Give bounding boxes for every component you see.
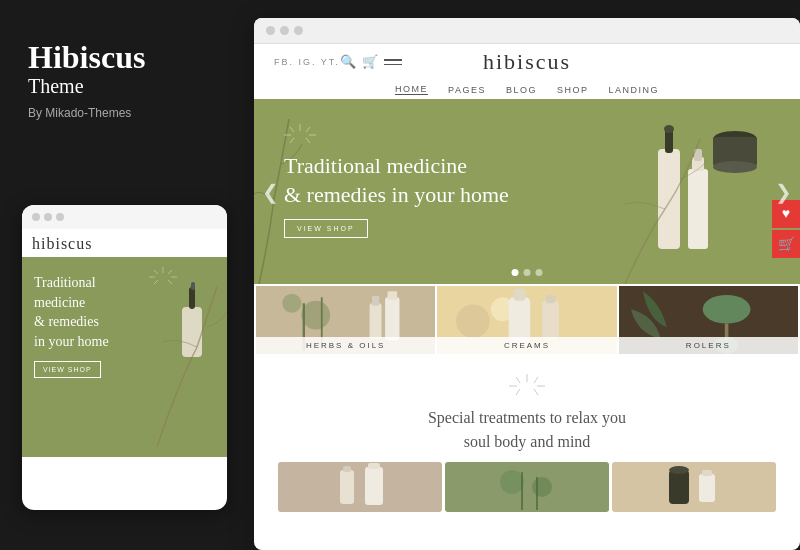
svg-rect-63 — [634, 462, 754, 512]
category-rolers[interactable]: ROLERS — [619, 286, 798, 354]
svg-rect-31 — [370, 303, 382, 339]
svg-rect-54 — [340, 470, 354, 504]
hero-dot-2[interactable] — [524, 269, 531, 276]
svg-rect-67 — [702, 470, 712, 476]
bottom-section: Special treatments to relax you soul bod… — [254, 356, 800, 522]
brand-title: Hibiscus — [28, 40, 220, 75]
svg-line-48 — [534, 377, 538, 383]
svg-point-65 — [669, 466, 689, 474]
category-rolers-label: ROLERS — [619, 337, 798, 354]
svg-rect-56 — [365, 467, 383, 505]
category-herbs-label: HERBS & OILS — [256, 337, 435, 354]
svg-point-60 — [532, 477, 552, 497]
hero-content: Traditional medicine & remedies in your … — [284, 124, 509, 238]
svg-line-12 — [306, 127, 310, 132]
nav-right-icons: 🔍 🛒 — [340, 54, 402, 70]
bottom-products — [274, 454, 780, 512]
svg-rect-53 — [300, 462, 420, 512]
bottom-heading-line2: soul body and mind — [274, 430, 780, 454]
mobile-view-shop-button[interactable]: VIEW SHOP — [34, 361, 101, 378]
hero-product-image — [620, 109, 780, 284]
mobile-brand: hibiscus — [22, 229, 227, 257]
svg-point-27 — [282, 294, 301, 313]
brand-sub: Theme — [28, 75, 220, 98]
hero-dot-1[interactable] — [512, 269, 519, 276]
svg-rect-40 — [546, 295, 556, 303]
mobile-dot-3 — [56, 213, 64, 221]
svg-rect-39 — [543, 301, 560, 339]
site-logo[interactable]: hibiscus — [483, 49, 571, 75]
bottom-heading-line1: Special treatments to relax you — [274, 406, 780, 430]
mobile-hero-text: Traditional medicine & remedies in your … — [34, 273, 215, 351]
nav-blog[interactable]: BLOG — [506, 85, 537, 95]
mobile-mockup: hibiscus Traditional — [22, 205, 227, 510]
svg-rect-55 — [343, 466, 351, 472]
bottom-sunburst-icon — [274, 374, 780, 400]
hero-prev-button[interactable]: ❮ — [262, 180, 279, 204]
svg-line-15 — [290, 138, 294, 143]
hero-next-button[interactable]: ❯ — [775, 180, 792, 204]
floating-icons: ♥ 🛒 — [772, 200, 800, 260]
chrome-dot-1 — [266, 26, 275, 35]
browser-window: FB. IG. YT. hibiscus 🔍 🛒 HOME PAGES BLOG… — [254, 18, 800, 550]
chrome-dot-3 — [294, 26, 303, 35]
svg-rect-38 — [514, 289, 526, 301]
category-herbs[interactable]: HERBS & OILS — [256, 286, 435, 354]
mobile-top-bar — [22, 205, 227, 229]
svg-line-47 — [516, 377, 520, 383]
search-icon[interactable]: 🔍 — [340, 54, 356, 70]
hero-sunburst-icon — [284, 124, 509, 148]
float-icon-heart[interactable]: ♥ — [772, 200, 800, 228]
svg-point-25 — [664, 125, 674, 133]
svg-rect-66 — [699, 474, 715, 502]
svg-rect-33 — [385, 297, 399, 340]
svg-rect-23 — [658, 149, 680, 249]
svg-rect-20 — [688, 169, 708, 249]
mobile-dot-1 — [32, 213, 40, 221]
cart-icon[interactable]: 🛒 — [362, 54, 378, 70]
float-icon-cart[interactable]: 🛒 — [772, 230, 800, 258]
by-line: By Mikado-Themes — [28, 106, 220, 120]
mobile-dot-2 — [44, 213, 52, 221]
browser-chrome — [254, 18, 800, 44]
bottom-product-2[interactable] — [445, 462, 609, 512]
bottom-product-1[interactable] — [278, 462, 442, 512]
nav-shop[interactable]: SHOP — [557, 85, 589, 95]
svg-point-19 — [713, 161, 757, 173]
hamburger-menu[interactable] — [384, 59, 402, 65]
hero-products — [620, 109, 780, 284]
mobile-hero: Traditional medicine & remedies in your … — [22, 257, 227, 457]
svg-rect-58 — [467, 462, 587, 512]
nav-menu: HOME PAGES BLOG SHOP LANDING — [254, 80, 800, 99]
svg-point-43 — [702, 295, 750, 324]
nav-landing[interactable]: LANDING — [608, 85, 659, 95]
nav-pages[interactable]: PAGES — [448, 85, 486, 95]
svg-point-28 — [301, 301, 330, 330]
svg-rect-64 — [669, 470, 689, 504]
svg-rect-32 — [372, 296, 379, 306]
svg-line-11 — [290, 127, 294, 132]
svg-rect-37 — [509, 297, 531, 342]
nav-home[interactable]: HOME — [395, 84, 428, 95]
site-nav-wrapper: FB. IG. YT. hibiscus 🔍 🛒 — [254, 44, 800, 80]
svg-rect-57 — [368, 463, 380, 469]
svg-line-52 — [534, 389, 538, 395]
svg-point-59 — [500, 470, 524, 494]
svg-line-51 — [516, 389, 520, 395]
category-creams-label: CREAMS — [437, 337, 616, 354]
hero-view-shop-button[interactable]: VIEW SHOP — [284, 219, 368, 238]
hero-title: Traditional medicine & remedies in your … — [284, 152, 509, 209]
bottom-product-3[interactable] — [612, 462, 776, 512]
hero-dot-3[interactable] — [536, 269, 543, 276]
social-links[interactable]: FB. IG. YT. — [274, 57, 340, 67]
bottom-heading: Special treatments to relax you soul bod… — [274, 406, 780, 454]
category-grid: HERBS & OILS CREAMS — [254, 284, 800, 356]
svg-rect-34 — [388, 291, 398, 299]
hero-dots — [512, 269, 543, 276]
svg-line-16 — [306, 138, 310, 143]
svg-point-41 — [456, 304, 489, 337]
left-panel: Hibiscus Theme By Mikado-Themes hibiscus — [0, 0, 248, 550]
hero-slider: Traditional medicine & remedies in your … — [254, 99, 800, 284]
chrome-dot-2 — [280, 26, 289, 35]
category-creams[interactable]: CREAMS — [437, 286, 616, 354]
